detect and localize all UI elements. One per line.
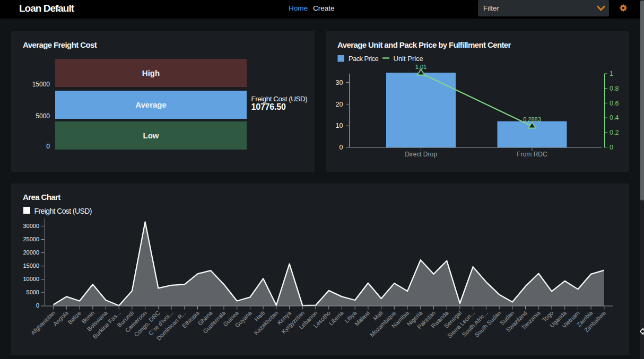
svg-text:0.2: 0.2 <box>610 129 619 136</box>
svg-text:30: 30 <box>336 79 343 86</box>
svg-text:Belize: Belize <box>66 310 82 326</box>
svg-text:0.6: 0.6 <box>610 100 619 107</box>
svg-text:15000: 15000 <box>23 262 39 269</box>
svg-text:0.8: 0.8 <box>610 85 619 92</box>
svg-text:5000: 5000 <box>27 289 39 295</box>
svg-text:0: 0 <box>36 302 39 309</box>
svg-text:0: 0 <box>610 144 613 151</box>
svg-text:0.4: 0.4 <box>610 114 619 121</box>
svg-text:Unit Price: Unit Price <box>394 55 423 63</box>
svg-text:30000: 30000 <box>23 223 39 229</box>
svg-text:Malawi: Malawi <box>353 310 371 327</box>
svg-text:20000: 20000 <box>23 249 39 256</box>
svg-text:Liberia: Liberia <box>328 309 345 327</box>
svg-text:From RDC: From RDC <box>517 151 547 158</box>
svg-text:25000: 25000 <box>23 236 39 242</box>
svg-text:0.2883: 0.2883 <box>523 116 541 122</box>
svg-text:20: 20 <box>336 101 343 108</box>
svg-text:10: 10 <box>336 122 343 129</box>
svg-text:Angola: Angola <box>52 309 70 327</box>
svg-text:0: 0 <box>340 144 343 151</box>
svg-text:10000: 10000 <box>23 276 39 282</box>
svg-text:1: 1 <box>610 70 613 77</box>
svg-text:1.01: 1.01 <box>415 64 427 70</box>
svg-text:Direct Drop: Direct Drop <box>405 151 437 158</box>
svg-text:Pack Price: Pack Price <box>349 55 379 63</box>
svg-text:Kazakhstan: Kazakhstan <box>253 310 279 336</box>
